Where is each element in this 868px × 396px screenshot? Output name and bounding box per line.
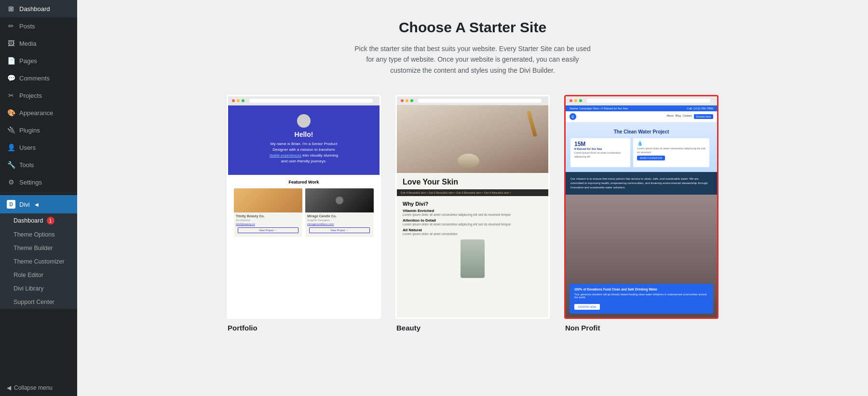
sidebar-item-label: Settings — [19, 179, 42, 186]
comments-icon: 💬 — [7, 74, 15, 82]
starter-site-card-beauty[interactable]: Love Your Skin Get A Beautiful skin • Ge… — [395, 95, 550, 319]
np-nav-logo-initial: C — [571, 115, 574, 119]
browser-url-bar-beauty — [418, 99, 542, 103]
np-nav: C About Blog Contact Donate Now — [566, 111, 717, 122]
sidebar-item-label: Pages — [19, 57, 37, 65]
page-title: Choose A Starter Site — [399, 19, 546, 36]
beauty-item-3-desc: Lorem ipsum dolor sit amet consectetur — [403, 232, 542, 236]
submenu-item-theme-options[interactable]: Theme Options — [0, 228, 77, 241]
beauty-label: Beauty — [395, 324, 420, 332]
np-topbar-phone: Call: (123) 456-7890 — [687, 107, 713, 110]
portfolio-card-1-sub: Art Director — [236, 219, 300, 222]
np-nav-donate-btn[interactable]: Donate Now — [694, 114, 713, 119]
sidebar-item-posts[interactable]: ✏ Posts — [0, 17, 77, 35]
portfolio-card-2: Mirage Candle Co. Graphic Designer mirag… — [305, 188, 374, 237]
portfolio-card-1-btn[interactable]: View Project → — [238, 227, 298, 233]
np-footer-img: 100% of Donations Fund Clean and Safe Dr… — [566, 195, 717, 317]
np-cta-btn[interactable]: DONATE NOW — [574, 304, 600, 310]
settings-icon: ⚙ — [7, 178, 15, 186]
portfolio-card-2-title: Mirage Candle Co. — [307, 214, 372, 218]
divi-submenu: Dashboard 1 Theme Options Theme Builder … — [0, 213, 77, 309]
portfolio-card-2-text: Mirage Candle Co. Graphic Designer mirag… — [305, 212, 374, 237]
np-nav-links: About Blog Contact Donate Now — [666, 114, 713, 119]
users-icon: 👤 — [7, 144, 15, 151]
sidebar-item-comments[interactable]: 💬 Comments — [0, 69, 77, 87]
np-topbar: Starter Campaign Now • 0 Raised for the … — [566, 106, 717, 111]
np-stat-1-subtitle: $ Raised for the Sea — [574, 147, 626, 150]
card-wrapper-nonprofit: Starter Campaign Now • 0 Raised for the … — [564, 95, 719, 332]
browser-dot-red — [232, 99, 235, 102]
beauty-body: Love Your Skin Get A Beautiful skin • Ge… — [397, 173, 548, 283]
np-cta-title: 100% of Donations Fund Clean and Safe Dr… — [574, 288, 708, 291]
submenu-item-theme-customizer[interactable]: Theme Customizer — [0, 255, 77, 268]
starter-site-card-portfolio[interactable]: Hello! My name is Brian. I'm a Senior Pr… — [227, 95, 381, 319]
portfolio-avatar — [297, 114, 311, 128]
submenu-item-dashboard[interactable]: Dashboard 1 — [0, 213, 77, 228]
portfolio-bio-link: digital experiences — [270, 153, 301, 158]
beauty-preview: Love Your Skin Get A Beautiful skin • Ge… — [397, 106, 548, 317]
browser-url-bar — [249, 99, 373, 103]
np-stat-2-btn[interactable]: MAKE A DONATION — [637, 156, 665, 160]
sidebar-item-projects[interactable]: ✂ Projects — [0, 87, 77, 104]
sidebar-item-label: Posts — [19, 23, 35, 30]
sidebar-item-appearance[interactable]: 🎨 Appearance — [0, 104, 77, 121]
portfolio-card-2-thumb — [305, 188, 374, 212]
beauty-title: Love Your Skin — [403, 178, 542, 186]
browser-dot-yellow-np — [574, 99, 577, 102]
collapse-arrow-icon: ◀ — [7, 384, 11, 391]
browser-chrome-portfolio — [228, 96, 380, 106]
beauty-hero-img — [397, 106, 548, 173]
starter-site-card-nonprofit[interactable]: Starter Campaign Now • 0 Raised for the … — [564, 95, 719, 319]
np-cta: 100% of Donations Fund Clean and Safe Dr… — [570, 284, 713, 314]
np-nav-link-3[interactable]: Contact — [683, 114, 692, 119]
portfolio-card-1: Trinity Beauty Co. Art Director trinityb… — [234, 188, 302, 237]
page-subtitle: Pick the starter site that best suits yo… — [352, 43, 593, 76]
sidebar-item-label: Users — [19, 144, 36, 151]
dashboard-badge: 1 — [47, 217, 54, 224]
beauty-marquee: Get A Beautiful skin • Get A Beautiful s… — [397, 189, 548, 196]
browser-dot-red-np — [570, 99, 572, 102]
submenu-item-theme-builder[interactable]: Theme Builder — [0, 241, 77, 255]
media-icon: 🖼 — [7, 40, 15, 47]
beauty-item-1-title: Vitamin Enriched — [403, 209, 542, 213]
starter-sites-grid: Hello! My name is Brian. I'm a Senior Pr… — [207, 95, 738, 332]
sidebar-item-divi[interactable]: D Divi ◀ — [0, 195, 77, 213]
nonprofit-preview-wrapper: Starter Campaign Now • 0 Raised for the … — [566, 106, 717, 317]
submenu-item-role-editor[interactable]: Role Editor — [0, 268, 77, 282]
appearance-icon: 🎨 — [7, 109, 15, 117]
beauty-item-2: Attention to Detail Lorem ipsum dolor si… — [403, 218, 542, 226]
posts-icon: ✏ — [7, 22, 15, 30]
sidebar-item-media[interactable]: 🖼 Media — [0, 35, 77, 52]
np-hero: The Clean Water Project 15M $ Raised for… — [566, 122, 717, 172]
sidebar-item-dashboard[interactable]: ⊞ Dashboard — [0, 0, 77, 17]
np-nav-link-2[interactable]: Blog — [676, 114, 681, 119]
portfolio-preview-wrapper: Hello! My name is Brian. I'm a Senior Pr… — [228, 106, 380, 317]
np-stat-1: 15M $ Raised for the Sea Lorem ipsum dol… — [570, 138, 630, 167]
np-stat-2: 💧 Lorem ipsum dolor sit amet consectetur… — [633, 138, 709, 167]
beauty-section-title: Why Divi? — [403, 201, 542, 207]
sidebar-item-plugins[interactable]: 🔌 Plugins — [0, 121, 77, 139]
np-mission-text: Our mission is to ensure that every pers… — [570, 177, 712, 190]
portfolio-card-2-btn[interactable]: View Project → — [309, 227, 370, 233]
dashboard-icon: ⊞ — [7, 5, 15, 13]
submenu-item-support-center[interactable]: Support Center — [0, 295, 77, 309]
browser-dot-green — [242, 99, 244, 102]
beauty-hero — [397, 106, 548, 173]
portfolio-card-1-link: trinitybeauty.co — [236, 223, 300, 225]
beauty-bowl — [458, 154, 479, 168]
beauty-product-container — [403, 239, 542, 278]
portfolio-cards: Trinity Beauty Co. Art Director trinityb… — [234, 188, 374, 237]
sidebar-item-label: Plugins — [19, 127, 40, 134]
beauty-item-1: Vitamin Enriched Lorem ipsum dolor sit a… — [403, 209, 542, 216]
browser-chrome-beauty — [397, 96, 548, 106]
sidebar-item-users[interactable]: 👤 Users — [0, 139, 77, 156]
np-nav-link-1[interactable]: About — [666, 114, 673, 119]
portfolio-card-2-link: miragecandleco.com — [307, 223, 372, 225]
submenu-item-divi-library[interactable]: Divi Library — [0, 282, 77, 295]
sidebar-item-tools[interactable]: 🔧 Tools — [0, 156, 77, 173]
browser-url-bar-np — [587, 99, 710, 103]
collapse-menu-button[interactable]: ◀ Collapse menu — [0, 380, 77, 396]
sidebar-item-settings[interactable]: ⚙ Settings — [0, 173, 77, 191]
sidebar-item-pages[interactable]: 📄 Pages — [0, 52, 77, 69]
np-topbar-text: Starter Campaign Now • 0 Raised for the … — [570, 107, 628, 110]
